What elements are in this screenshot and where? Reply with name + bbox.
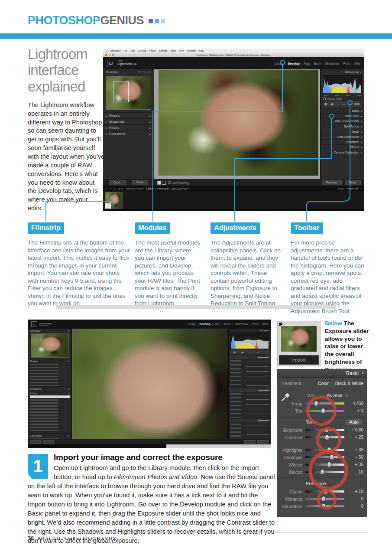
adjustment-panel-label: Tone Curve	[344, 114, 359, 118]
basic-panel-header[interactable]: Basic ▼	[277, 369, 367, 378]
soft-proofing-checkbox[interactable]	[168, 181, 171, 184]
history-header[interactable]: History	[30, 392, 38, 395]
panel-plus-icon[interactable]: ▶	[149, 127, 151, 129]
spot-removal-icon[interactable]: ◉	[331, 102, 334, 106]
basic-section-header-small[interactable]	[229, 356, 271, 359]
menu-item[interactable]: Tools	[170, 49, 176, 52]
module-tab[interactable]: Print	[248, 323, 258, 326]
menu-item[interactable]: Photo	[149, 49, 156, 52]
navigator-zoom-options[interactable]: FIT FILL 1:1	[138, 71, 151, 73]
radial-filter-icon[interactable]: ◌	[349, 103, 350, 106]
main-window-icon[interactable]: ▢	[105, 187, 107, 190]
next-arrow-icon[interactable]: ▶	[122, 187, 123, 190]
module-tab[interactable]: Book	[220, 323, 231, 326]
eyedropper-icon[interactable]	[281, 393, 290, 404]
import-button[interactable]: Import	[279, 355, 319, 365]
module-tab[interactable]: Develop	[195, 323, 211, 326]
menu-item[interactable]: File	[124, 49, 128, 52]
menu-item[interactable]: Settings	[159, 49, 167, 52]
copy-button-small[interactable]	[30, 440, 42, 444]
histogram-title-small[interactable]: Histogram	[259, 329, 269, 332]
module-tab[interactable]: Book	[310, 62, 321, 65]
menu-items: LightroomFileEditDevelopPhotoSettingsToo…	[110, 49, 204, 52]
histogram-title[interactable]: Histogram	[345, 71, 359, 74]
callout-label-modules: Modules	[135, 222, 170, 234]
menu-item[interactable]: Help	[199, 49, 204, 52]
before-after-view-icon[interactable]	[162, 181, 166, 185]
main-photo[interactable]	[159, 70, 318, 176]
module-tab[interactable]: Map	[300, 62, 310, 65]
tool-strip: ▦ ◉ ○ ▭ ◌	[323, 101, 362, 107]
red-eye-icon[interactable]: ○	[337, 103, 339, 106]
module-tab[interactable]: Web	[258, 323, 268, 326]
main-photo-small[interactable]	[72, 329, 228, 439]
adjustment-panel-header[interactable]: Basic ◀	[321, 108, 364, 113]
navigator-title-small[interactable]: Navigator	[30, 330, 41, 332]
treatment-row: Treatment : Color | Black & White	[277, 378, 367, 389]
module-tab[interactable]: Web	[350, 62, 360, 65]
filter-funnel-icon[interactable]: ▽	[360, 187, 362, 190]
reset-button-small[interactable]	[257, 440, 269, 444]
menu-item[interactable]: Edit	[130, 49, 134, 52]
adjustment-panel-header[interactable]: Lens Corrections ◀	[321, 134, 364, 139]
left-panel-header[interactable]: ▶ History ▶	[103, 124, 154, 131]
menu-item[interactable]: View	[179, 49, 184, 52]
checkbox-icon[interactable]	[323, 98, 326, 100]
tone-section-header-small[interactable]	[229, 388, 271, 392]
previous-button-small[interactable]	[244, 440, 256, 444]
graduated-filter-icon[interactable]: ▭	[342, 102, 345, 106]
filmstrip-thumbnail[interactable]	[105, 192, 123, 209]
menu-item[interactable]: Develop	[138, 49, 146, 52]
presence-section-header-small[interactable]	[229, 419, 271, 422]
second-window-icon[interactable]: ▢	[110, 187, 112, 190]
module-tab[interactable]: Slideshow	[321, 62, 339, 65]
grid-view-icon[interactable]: ⊞	[113, 187, 115, 190]
panel-plus-icon[interactable]: ▶	[149, 133, 151, 135]
wb-stepper-icon[interactable]: ⇅	[345, 394, 348, 398]
panel-collapse-icon[interactable]: ▼	[361, 372, 364, 375]
panel-plus-icon[interactable]: ▶	[149, 114, 151, 117]
previous-button[interactable]: Previous	[322, 180, 341, 186]
reset-button[interactable]: Reset	[345, 180, 361, 186]
treatment-bw-option[interactable]: Black & White	[335, 381, 363, 386]
menu-item[interactable]: Lightroom	[110, 49, 120, 52]
collections-header[interactable]: Collections	[30, 434, 42, 437]
logo-app-name: Lightroom CC	[117, 62, 137, 66]
adjustment-panel-header[interactable]: Camera Calibration ◀	[321, 150, 364, 155]
source-label[interactable]: Previous Import	[125, 187, 143, 190]
menu-item[interactable]: Window	[187, 49, 196, 52]
module-tab[interactable]: Slideshow	[231, 323, 248, 326]
adjustment-brush-icon[interactable]	[354, 103, 360, 105]
history-selected-step[interactable]	[30, 395, 70, 398]
accent-rule-bar	[0, 33, 392, 39]
panel-plus-icon[interactable]: ▶	[149, 121, 151, 123]
slider-value: + 0.80	[347, 428, 367, 432]
copy-button[interactable]: Copy...	[109, 180, 126, 186]
left-panel-header[interactable]: ▶ Collections ▶	[103, 131, 154, 137]
module-tab[interactable]: Map	[211, 323, 220, 326]
paste-button-small[interactable]	[43, 440, 55, 444]
adjustment-panel-header[interactable]: Tone Curve ◀	[321, 113, 364, 118]
auto-button[interactable]: Auto	[345, 419, 363, 425]
filter-value[interactable]: Filters Off	[347, 187, 358, 190]
left-panel-header[interactable]: ▶ Presets ▶	[103, 112, 154, 118]
module-tab[interactable]: Library	[274, 62, 283, 65]
loupe-view-icon[interactable]	[157, 181, 161, 185]
navigator-title[interactable]: Navigator	[106, 71, 119, 74]
module-tab[interactable]: Develop	[284, 62, 300, 65]
treatment-color-option[interactable]: Color	[318, 381, 329, 386]
paste-button[interactable]: Paste	[132, 180, 148, 186]
prev-arrow-icon[interactable]: ◀	[118, 187, 120, 190]
navigator-zoom-box[interactable]	[113, 82, 129, 102]
adjustment-panel-header[interactable]: HSL / Color / B&W ◀	[321, 118, 364, 124]
left-panel-header[interactable]: ▶ Snapshots ▶	[103, 118, 154, 124]
presets-header[interactable]: Presets	[30, 360, 39, 362]
adjustment-panel-header[interactable]: Detail ◀	[321, 129, 364, 134]
adjustment-panel-header[interactable]: Effects ◀	[321, 144, 364, 150]
crop-tool-icon[interactable]: ▦	[324, 102, 327, 106]
snapshots-header[interactable]: Snapshots	[30, 388, 42, 390]
module-tab[interactable]: Library	[187, 323, 195, 326]
adjustment-panel-header[interactable]: Transform ◀	[321, 139, 364, 144]
module-tab[interactable]: Print	[339, 62, 350, 65]
adjustment-panel-header[interactable]: Split Toning ◀	[321, 124, 364, 129]
